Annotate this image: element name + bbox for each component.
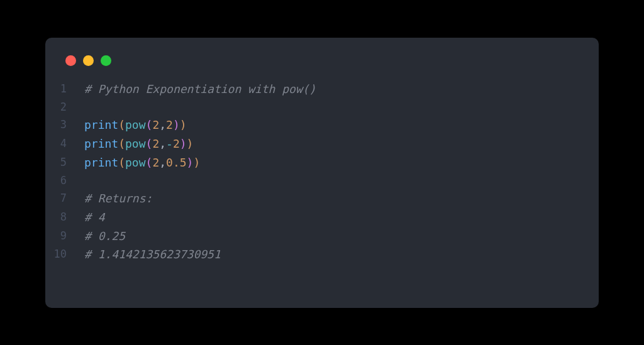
token-comment: # 4 — [84, 211, 105, 224]
token-paren2: ( — [146, 118, 153, 131]
line-number: 6 — [45, 172, 84, 189]
line-number: 7 — [45, 189, 84, 208]
code-line: 4print(pow(2,-2)) — [45, 134, 599, 153]
code-line: 3print(pow(2,2)) — [45, 116, 599, 134]
token-paren2: ) — [180, 137, 187, 150]
token-comment: # Python Exponentiation with pow() — [84, 82, 316, 96]
token-func: print — [84, 156, 118, 169]
token-paren2: ( — [146, 156, 153, 169]
line-number: 9 — [45, 227, 84, 246]
code-content: # 1.4142135623730951 — [84, 245, 221, 264]
token-number: 2 — [173, 137, 180, 150]
token-op: - — [166, 137, 173, 150]
code-window: 1# Python Exponentiation with pow()23pri… — [45, 38, 599, 308]
line-number: 4 — [45, 134, 84, 153]
line-number: 10 — [45, 245, 84, 264]
close-icon[interactable] — [65, 55, 76, 66]
token-number: 2 — [152, 156, 159, 169]
code-line: 6 — [45, 172, 599, 189]
token-func: print — [84, 118, 118, 131]
line-number: 3 — [45, 116, 84, 134]
code-line: 5print(pow(2,0.5)) — [45, 153, 599, 172]
token-comma: , — [159, 118, 166, 131]
token-number: 2 — [166, 118, 173, 131]
token-builtin: pow — [125, 118, 146, 131]
line-number: 2 — [45, 98, 84, 116]
line-number: 8 — [45, 208, 84, 227]
token-comma: , — [159, 156, 166, 169]
code-line: 10# 1.4142135623730951 — [45, 245, 599, 264]
token-builtin: pow — [125, 156, 146, 169]
minimize-icon[interactable] — [83, 55, 94, 66]
token-paren: ( — [118, 137, 125, 150]
code-content: print(pow(2,0.5)) — [84, 153, 200, 172]
code-line: 9# 0.25 — [45, 227, 599, 246]
token-paren: ( — [118, 118, 125, 131]
code-content: # Returns: — [84, 189, 152, 208]
token-comment: # Returns: — [84, 192, 152, 205]
token-paren: ) — [187, 137, 194, 150]
code-line: 8# 4 — [45, 208, 599, 227]
token-paren2: ) — [173, 118, 180, 131]
window-titlebar — [45, 55, 599, 80]
token-paren: ) — [180, 118, 187, 131]
token-paren: ) — [193, 156, 200, 169]
token-number: 0.5 — [166, 156, 187, 169]
maximize-icon[interactable] — [101, 55, 111, 66]
code-content: # Python Exponentiation with pow() — [84, 80, 316, 99]
line-number: 1 — [45, 80, 84, 99]
code-content: print(pow(2,-2)) — [84, 134, 193, 153]
token-number: 2 — [152, 118, 159, 131]
code-content: print(pow(2,2)) — [84, 116, 187, 134]
token-number: 2 — [152, 137, 159, 150]
token-comment: # 0.25 — [84, 229, 125, 243]
line-number: 5 — [45, 153, 84, 172]
code-line: 1# Python Exponentiation with pow() — [45, 80, 599, 99]
token-paren: ( — [118, 156, 125, 169]
token-func: print — [84, 137, 118, 150]
token-paren2: ( — [146, 137, 153, 150]
code-line: 7# Returns: — [45, 189, 599, 208]
token-comment: # 1.4142135623730951 — [84, 248, 221, 261]
code-line: 2 — [45, 98, 599, 116]
code-content: # 0.25 — [84, 227, 125, 246]
token-paren2: ) — [187, 156, 194, 169]
token-comma: , — [159, 137, 166, 150]
code-editor: 1# Python Exponentiation with pow()23pri… — [45, 80, 599, 265]
code-content: # 4 — [84, 208, 105, 227]
token-builtin: pow — [125, 137, 146, 150]
